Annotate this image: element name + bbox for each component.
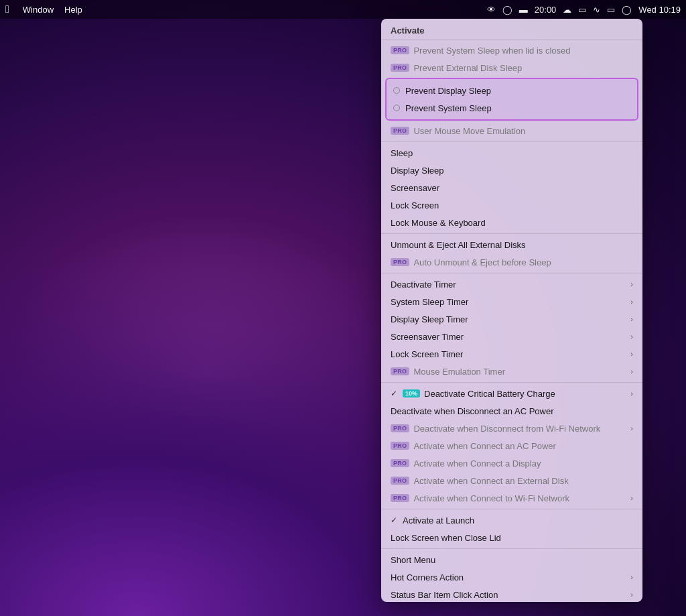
- pro-badge-5: PRO: [391, 367, 409, 375]
- deactivate-disconnect-ac-label: Deactivate when Disconnect an AC Power: [391, 406, 633, 416]
- prevent-system-sleep-lid-item[interactable]: PRO Prevent System Sleep when lid is clo…: [381, 42, 642, 59]
- chevron-icon-8: ›: [630, 424, 633, 432]
- activate-connect-disk-item[interactable]: PRO Activate when Connect an External Di…: [381, 472, 642, 489]
- screensaver-item[interactable]: Screensaver: [381, 179, 642, 196]
- chevron-icon-5: ›: [630, 350, 633, 358]
- activate-connect-display-item[interactable]: PRO Activate when Connect a Display: [381, 454, 642, 472]
- sleep-section-label-item: Sleep: [381, 144, 642, 162]
- prevent-display-sleep-label: Prevent Display Sleep: [405, 86, 630, 96]
- pro-badge-4: PRO: [391, 258, 409, 266]
- backup-icon[interactable]: ◯: [502, 5, 512, 15]
- activate-connect-disk-label: Activate when Connect an External Disk: [413, 476, 633, 486]
- radio-system-sleep[interactable]: [393, 105, 400, 111]
- unmount-eject-label: Unmount & Eject All External Disks: [391, 240, 633, 250]
- hot-corners-label: Hot Corners Action: [391, 572, 625, 582]
- auto-unmount-item[interactable]: PRO Auto Unmount & Eject before Sleep: [381, 253, 642, 271]
- screensaver-timer-item[interactable]: Screensaver Timer ›: [381, 328, 642, 345]
- system-sleep-timer-item[interactable]: System Sleep Timer ›: [381, 293, 642, 310]
- deactivate-battery-label: Deactivate Critical Battery Charge: [424, 389, 625, 399]
- pro-badge-2: PRO: [391, 64, 409, 72]
- battery-icon[interactable]: ▭: [578, 5, 586, 15]
- pro-badge: PRO: [391, 46, 409, 54]
- pro-badge-3: PRO: [391, 127, 409, 135]
- display-icon[interactable]: ▬: [519, 5, 528, 15]
- short-menu-label-item: Short Menu: [381, 551, 642, 568]
- chevron-icon-6: ›: [630, 367, 633, 375]
- chevron-icon-9: ›: [630, 494, 633, 502]
- prevent-system-sleep-item[interactable]: Prevent System Sleep: [387, 99, 637, 117]
- pro-badge-9: PRO: [391, 477, 409, 485]
- chevron-icon-4: ›: [630, 332, 633, 341]
- divider-3: [381, 233, 642, 234]
- activate-connect-ac-item[interactable]: PRO Activate when Connect an AC Power: [381, 437, 642, 454]
- prevent-external-disk-label: Prevent External Disk Sleep: [413, 63, 633, 73]
- divider-7: [381, 548, 642, 549]
- display-sleep-timer-item[interactable]: Display Sleep Timer ›: [381, 310, 642, 328]
- unmount-eject-item[interactable]: Unmount & Eject All External Disks: [381, 236, 642, 253]
- datetime: Wed 10:19: [638, 5, 681, 15]
- pro-badge-6: PRO: [391, 424, 409, 432]
- chevron-icon-11: ›: [630, 591, 633, 599]
- prevent-display-sleep-item[interactable]: Prevent Display Sleep: [387, 82, 637, 99]
- user-mouse-move-item[interactable]: PRO User Mouse Move Emulation: [381, 122, 642, 139]
- deactivate-timer-item[interactable]: Deactivate Timer ›: [381, 275, 642, 293]
- activate-section-label: Activate: [381, 23, 642, 37]
- chevron-icon-10: ›: [630, 573, 633, 581]
- checkmark-battery: ✓: [391, 389, 401, 398]
- lock-screen-timer-item[interactable]: Lock Screen Timer ›: [381, 345, 642, 363]
- lock-screen-close-lid-item[interactable]: Lock Screen when Close Lid: [381, 529, 642, 546]
- mouse-emulation-timer-item[interactable]: PRO Mouse Emulation Timer ›: [381, 363, 642, 380]
- lock-mouse-keyboard-label: Lock Mouse & Keyboard: [391, 218, 633, 228]
- short-menu-label: Short Menu: [391, 555, 633, 565]
- wifi-icon[interactable]: ∿: [593, 5, 600, 15]
- user-icon[interactable]: ◯: [622, 5, 632, 15]
- menubar:  Window Help 👁 ◯ ▬ 20:00 ☁ ▭ ∿ ▭ ◯ Wed …: [0, 0, 686, 19]
- menubar-right: 👁 ◯ ▬ 20:00 ☁ ▭ ∿ ▭ ◯ Wed 10:19: [487, 5, 681, 15]
- display-sleep-timer-label: Display Sleep Timer: [391, 314, 625, 324]
- activate-at-launch-item[interactable]: ✓ Activate at Launch: [381, 511, 642, 529]
- airdrop-icon[interactable]: ▭: [607, 5, 615, 15]
- deactivate-battery-item[interactable]: ✓ 10% Deactivate Critical Battery Charge…: [381, 385, 642, 402]
- activate-connect-ac-label: Activate when Connect an AC Power: [413, 441, 633, 451]
- deactivate-disconnect-wifi-item[interactable]: PRO Deactivate when Disconnect from Wi-F…: [381, 420, 642, 437]
- eye-icon[interactable]: 👁: [487, 5, 496, 15]
- chevron-icon: ›: [630, 280, 633, 288]
- pro-badge-10: PRO: [391, 494, 409, 502]
- apple-menu-icon[interactable]: : [5, 3, 9, 15]
- dropdown-menu: Activate PRO Prevent System Sleep when l…: [381, 19, 642, 602]
- activate-connect-display-label: Activate when Connect a Display: [413, 458, 633, 469]
- deactivate-disconnect-wifi-label: Deactivate when Disconnect from Wi-Fi Ne…: [413, 424, 625, 434]
- activate-at-launch-label: Activate at Launch: [403, 515, 633, 526]
- divider-4: [381, 273, 642, 273]
- lock-mouse-keyboard-item[interactable]: Lock Mouse & Keyboard: [381, 214, 642, 231]
- status-bar-click-item[interactable]: Status Bar Item Click Action ›: [381, 586, 642, 602]
- lock-screen-label: Lock Screen: [391, 200, 633, 210]
- deactivate-timer-label: Deactivate Timer: [391, 280, 625, 290]
- divider-5: [381, 382, 642, 383]
- user-mouse-move-label: User Mouse Move Emulation: [413, 126, 633, 136]
- chevron-icon-3: ›: [630, 315, 633, 323]
- hot-corners-item[interactable]: Hot Corners Action ›: [381, 568, 642, 586]
- divider-2: [381, 141, 642, 142]
- auto-unmount-label: Auto Unmount & Eject before Sleep: [413, 257, 633, 267]
- divider-6: [381, 509, 642, 509]
- checkmark-launch: ✓: [391, 515, 401, 525]
- mouse-emulation-timer-label: Mouse Emulation Timer: [413, 367, 625, 377]
- status-bar-click-label: Status Bar Item Click Action: [391, 590, 625, 600]
- prevent-system-sleep-label: Prevent System Sleep: [405, 103, 630, 113]
- activate-connect-wifi-label: Activate when Connect to Wi-Fi Network: [413, 493, 625, 503]
- prevent-system-sleep-lid-label: Prevent System Sleep when lid is closed: [413, 46, 633, 56]
- prevent-external-disk-sleep-item[interactable]: PRO Prevent External Disk Sleep: [381, 59, 642, 76]
- window-menu[interactable]: Window: [23, 5, 54, 15]
- activate-connect-wifi-item[interactable]: PRO Activate when Connect to Wi-Fi Netwo…: [381, 489, 642, 507]
- screensaver-label: Screensaver: [391, 183, 633, 193]
- radio-display-sleep[interactable]: [393, 87, 400, 94]
- lock-screen-item[interactable]: Lock Screen: [381, 196, 642, 214]
- cloud-icon[interactable]: ☁: [563, 5, 571, 15]
- deactivate-disconnect-ac-item[interactable]: Deactivate when Disconnect an AC Power: [381, 402, 642, 420]
- pro-badge-7: PRO: [391, 442, 409, 450]
- ten-percent-badge: 10%: [403, 389, 420, 397]
- display-sleep-item[interactable]: Display Sleep: [381, 162, 642, 179]
- pro-badge-8: PRO: [391, 459, 409, 467]
- help-menu[interactable]: Help: [64, 5, 82, 15]
